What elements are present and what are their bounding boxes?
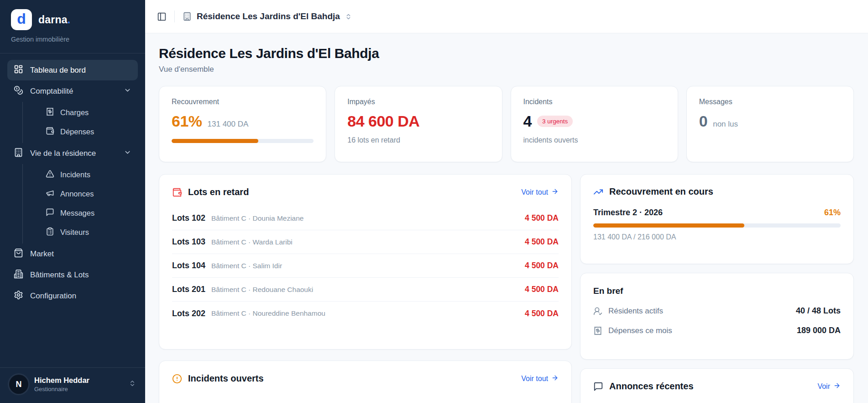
sidebar-item-configuration[interactable]: Configuration xyxy=(7,286,138,306)
lot-row[interactable]: Lots 202 Bâtiment C · Noureddine Benhamo… xyxy=(172,302,559,325)
sidebar-item-label: Bâtiments & Lots xyxy=(30,270,89,280)
lot-row[interactable]: Lots 104 Bâtiment C · Salim Idir 4 500 D… xyxy=(172,254,559,278)
stat-label: Incidents xyxy=(523,98,665,106)
page-subtitle: Vue d'ensemble xyxy=(159,65,854,74)
topbar: Résidence Les Jardins d'El Bahdja xyxy=(145,0,868,33)
sidebar-item-label: Messages xyxy=(60,209,94,217)
stat-card-messages: Messages 0 non lus xyxy=(686,86,854,162)
stat-value: 61% xyxy=(172,112,202,130)
incidents-view-all-link[interactable]: Voir tout xyxy=(521,374,559,383)
trending-up-icon xyxy=(593,187,603,197)
building-icon xyxy=(183,12,192,21)
user-check-icon xyxy=(593,307,602,316)
wallet-icon xyxy=(46,127,54,137)
sidebar-item-label: Comptabilité xyxy=(30,87,73,96)
stats-row: Recouvrement 61% 131 400 DA Impayés 84 6… xyxy=(159,86,854,162)
chevrons-up-down-icon xyxy=(129,380,136,389)
stat-value: 0 xyxy=(699,112,707,130)
user-menu[interactable]: N Hichem Heddar Gestionnaire xyxy=(0,367,145,403)
gear-icon xyxy=(14,290,23,302)
left-column: Lots en retard Voir tout Lots 102 Bâtime… xyxy=(159,174,572,403)
lot-row[interactable]: Lots 201 Bâtiment C · Redouane Chaouki 4… xyxy=(172,278,559,302)
sidebar-item-comptabilite[interactable]: Comptabilité xyxy=(7,81,138,101)
stat-label: Recouvrement xyxy=(172,98,314,106)
lot-row[interactable]: Lots 102 Bâtiment C · Dounia Meziane 4 5… xyxy=(172,207,559,230)
incidents-ouverts-panel: Incidents ouverts Voir tout xyxy=(159,361,572,403)
coins-icon xyxy=(14,85,23,97)
sidebar: d darna. Gestion immobilière Tableau de … xyxy=(0,0,145,403)
right-column: Recouvrement en cours Trimestre 2 · 2026… xyxy=(580,174,854,403)
stat-value: 4 xyxy=(523,112,532,130)
recouvrement-en-cours-panel: Recouvrement en cours Trimestre 2 · 2026… xyxy=(580,174,854,264)
user-role: Gestionnaire xyxy=(34,386,89,393)
stat-card-impayes: Impayés 84 600 DA 16 lots en retard xyxy=(335,86,502,162)
sidebar-item-messages[interactable]: Messages xyxy=(23,203,138,223)
stat-value: 84 600 DA xyxy=(347,112,419,130)
sidebar-item-label: Visiteurs xyxy=(60,228,89,237)
sidebar-nav: Tableau de bord Comptabilité Charges Dép… xyxy=(0,60,145,367)
sidebar-item-charges[interactable]: Charges xyxy=(23,103,138,122)
sidebar-item-dashboard[interactable]: Tableau de bord xyxy=(7,60,138,80)
panel-title: Incidents ouverts xyxy=(188,373,264,384)
sidebar-item-label: Annonces xyxy=(60,190,94,198)
residence-name: Résidence Les Jardins d'El Bahdja xyxy=(197,11,340,21)
brand-name: darna. xyxy=(38,14,70,26)
comptabilite-sublist: Charges Dépenses xyxy=(22,102,138,143)
receipt-icon xyxy=(593,326,602,335)
megaphone-icon xyxy=(46,189,54,199)
period-label: Trimestre 2 · 2026 xyxy=(593,208,663,217)
bref-row-depenses: Dépenses ce mois 189 000 DA xyxy=(593,326,841,335)
sidebar-divider xyxy=(0,53,145,53)
sidebar-item-batiments-lots[interactable]: Bâtiments & Lots xyxy=(7,265,138,285)
panel-title: Recouvrement en cours xyxy=(609,186,713,197)
sidebar-item-label: Dépenses xyxy=(60,127,94,136)
dashboard-grid-icon xyxy=(14,64,23,76)
sidebar-item-label: Tableau de bord xyxy=(30,66,86,75)
main-area: Résidence Les Jardins d'El Bahdja Réside… xyxy=(145,0,868,403)
stat-label: Impayés xyxy=(347,98,489,106)
sidebar-item-visiteurs[interactable]: Visiteurs xyxy=(23,223,138,242)
percent-label: 61% xyxy=(824,208,841,217)
recouvrement-progress-fill xyxy=(172,139,258,143)
sidebar-item-depenses[interactable]: Dépenses xyxy=(23,122,138,141)
panel-title: Annonces récentes xyxy=(609,381,694,392)
panel-title: En bref xyxy=(593,286,841,296)
residence-selector[interactable]: Résidence Les Jardins d'El Bahdja xyxy=(183,11,352,21)
annonces-recentes-panel: Annonces récentes Voir xyxy=(580,368,854,403)
page-title: Résidence Les Jardins d'El Bahdja xyxy=(159,46,854,61)
sidebar-item-annonces[interactable]: Annonces xyxy=(23,184,138,203)
darna-logo-icon: d xyxy=(11,9,32,30)
sidebar-item-label: Incidents xyxy=(60,170,90,179)
chevron-down-icon xyxy=(124,86,131,96)
recouv-progress-fill xyxy=(593,223,744,228)
lots-rows: Lots 102 Bâtiment C · Dounia Meziane 4 5… xyxy=(159,203,571,325)
lot-row[interactable]: Lots 103 Bâtiment C · Warda Laribi 4 500… xyxy=(172,230,559,254)
vie-sublist: Incidents Annonces Messages Visiteurs xyxy=(22,164,138,244)
message-square-icon xyxy=(593,382,603,392)
sidebar-item-label: Vie de la résidence xyxy=(30,149,96,158)
sidebar-item-label: Charges xyxy=(60,108,89,117)
stat-amount: 131 400 DA xyxy=(208,120,249,129)
stat-subtext: incidents ouverts xyxy=(523,136,665,144)
chevrons-up-down-icon xyxy=(345,13,352,20)
lots-en-retard-panel: Lots en retard Voir tout Lots 102 Bâtime… xyxy=(159,174,572,350)
sidebar-item-label: Market xyxy=(30,249,54,259)
clipboard-list-icon xyxy=(46,227,54,238)
arrow-right-icon xyxy=(551,374,559,383)
annonces-view-link[interactable]: Voir xyxy=(817,382,841,391)
content: Résidence Les Jardins d'El Bahdja Vue d'… xyxy=(145,33,868,403)
recouvrement-progress-track xyxy=(172,139,314,143)
sidebar-item-vie-residence[interactable]: Vie de la résidence xyxy=(7,143,138,164)
urgent-badge: 3 urgents xyxy=(537,116,573,127)
arrow-right-icon xyxy=(551,188,559,197)
building-2-icon xyxy=(14,269,23,281)
recouv-progress-track xyxy=(593,223,841,228)
building-icon xyxy=(14,148,23,159)
sidebar-item-market[interactable]: Market xyxy=(7,244,138,264)
sidebar-toggle-button[interactable] xyxy=(157,12,167,21)
lots-view-all-link[interactable]: Voir tout xyxy=(521,188,559,197)
sidebar-item-incidents[interactable]: Incidents xyxy=(23,165,138,184)
bref-row-residents: Résidents actifs 40 / 48 Lots xyxy=(593,306,841,316)
shopping-bag-icon xyxy=(14,248,23,260)
recouv-amounts: 131 400 DA / 216 000 DA xyxy=(593,233,841,241)
